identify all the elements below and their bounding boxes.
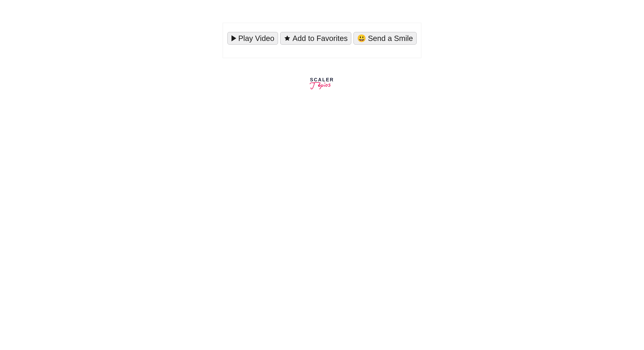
add-to-favorites-button[interactable]: Add to Favorites	[280, 32, 351, 45]
send-a-smile-button[interactable]: 😃 Send a Smile	[354, 32, 416, 45]
svg-marker-0	[232, 35, 236, 41]
play-video-button[interactable]: Play Video	[228, 32, 278, 45]
logo-text-topics	[309, 80, 335, 91]
smile-emoji-icon: 😃	[357, 35, 366, 42]
play-icon	[231, 35, 236, 41]
star-icon	[284, 35, 291, 42]
play-video-label: Play Video	[238, 34, 274, 43]
scaler-topics-logo: SCALER	[309, 77, 335, 93]
send-a-smile-label: Send a Smile	[368, 34, 413, 43]
button-panel: Play Video Add to Favorites 😃 Send a Smi…	[223, 23, 421, 58]
add-to-favorites-label: Add to Favorites	[292, 34, 348, 43]
